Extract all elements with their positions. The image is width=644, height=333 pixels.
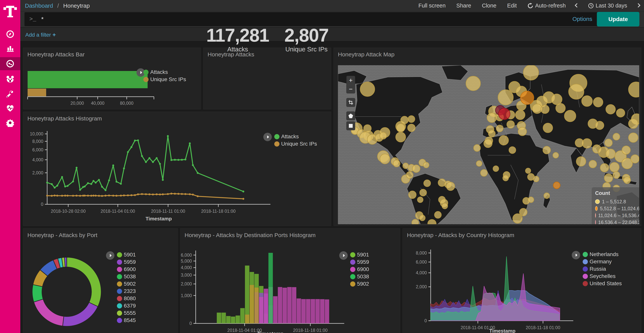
data-point[interactable] — [116, 195, 118, 197]
sidebar-item-discover[interactable] — [0, 28, 20, 40]
map-bubble[interactable] — [556, 103, 565, 113]
legend-item[interactable]: Netherlands — [583, 251, 622, 258]
data-point[interactable] — [116, 181, 118, 183]
data-point[interactable] — [197, 195, 198, 197]
hist-bar-5902[interactable] — [254, 287, 259, 323]
data-point[interactable] — [145, 193, 147, 195]
map-bubble[interactable] — [503, 175, 508, 181]
legend-item[interactable]: 5959 — [350, 258, 369, 266]
map-bubble[interactable] — [520, 91, 534, 105]
share-button[interactable]: Share — [451, 3, 476, 9]
data-point[interactable] — [101, 186, 103, 188]
hist-bar-5902[interactable] — [250, 285, 254, 323]
map-bubble[interactable] — [564, 110, 576, 122]
data-point[interactable] — [134, 140, 136, 142]
hist-bar-5038[interactable] — [268, 253, 273, 323]
data-point[interactable] — [197, 172, 198, 174]
map-bubble[interactable] — [408, 124, 415, 132]
data-point[interactable] — [145, 161, 147, 163]
data-point[interactable] — [54, 187, 56, 189]
legend-item[interactable]: 5901 — [350, 251, 369, 258]
map-bubble[interactable] — [543, 146, 550, 154]
map-bubble[interactable] — [541, 105, 549, 114]
map-bubble[interactable] — [396, 124, 405, 132]
crop-tool-button[interactable] — [346, 98, 355, 107]
map-bubble[interactable] — [533, 176, 539, 182]
map-bubble[interactable] — [360, 82, 375, 97]
data-point[interactable] — [134, 194, 136, 196]
map-bubble[interactable] — [600, 163, 609, 172]
donut-slice-6900[interactable] — [34, 299, 64, 326]
breadcrumb-dashboard-link[interactable]: Dashboard — [25, 3, 53, 9]
map-bubble[interactable] — [622, 146, 630, 154]
hist-bar-5901[interactable] — [226, 316, 230, 323]
data-point[interactable] — [112, 164, 114, 166]
data-point[interactable] — [137, 139, 139, 141]
data-point[interactable] — [148, 157, 150, 159]
data-point[interactable] — [159, 194, 161, 195]
map-bubble[interactable] — [594, 97, 603, 107]
map-bubble[interactable] — [408, 116, 415, 123]
data-point[interactable] — [87, 182, 89, 184]
legend-item[interactable]: 5038 — [350, 273, 369, 280]
legend-item[interactable]: 5902 — [350, 280, 369, 287]
map-bubble[interactable] — [420, 189, 427, 196]
data-point[interactable] — [79, 189, 81, 191]
hist-bar-6900[interactable] — [278, 287, 282, 323]
map-bubble[interactable] — [576, 157, 586, 166]
legend-item[interactable]: Seychelles — [583, 272, 622, 280]
data-point[interactable] — [66, 195, 68, 197]
telekom-logo[interactable] — [4, 4, 17, 19]
map-bubble[interactable] — [616, 109, 625, 117]
hist-bar-6900[interactable] — [306, 299, 310, 323]
map-bubble[interactable] — [507, 121, 514, 128]
data-point[interactable] — [64, 195, 66, 197]
map-bubble[interactable] — [393, 160, 400, 167]
map-bubble[interactable] — [605, 139, 612, 147]
map-bubble[interactable] — [604, 174, 613, 182]
data-point[interactable] — [242, 190, 244, 192]
zoom-out-button[interactable]: − — [346, 85, 355, 93]
data-point[interactable] — [162, 193, 164, 195]
map-bubble[interactable] — [466, 76, 480, 91]
data-point[interactable] — [112, 195, 114, 197]
hist-bar-5902[interactable] — [245, 314, 249, 323]
map-bubble[interactable] — [532, 104, 542, 114]
map-bubble[interactable] — [424, 180, 431, 187]
legend-item[interactable]: 5038 — [117, 273, 136, 280]
hist-bar-6900[interactable] — [320, 299, 324, 323]
hist-bar-6900[interactable] — [301, 299, 306, 323]
legend-item[interactable]: Attacks — [274, 133, 317, 140]
data-point[interactable] — [79, 195, 81, 197]
map-bubble[interactable] — [420, 215, 425, 221]
map-bubble[interactable] — [589, 160, 597, 168]
data-point[interactable] — [76, 167, 78, 169]
hist-bar-5901[interactable] — [236, 315, 240, 323]
data-point[interactable] — [178, 193, 180, 195]
bar-unique-ips[interactable] — [28, 89, 46, 96]
map-bubble[interactable] — [487, 113, 496, 123]
data-point[interactable] — [90, 183, 92, 185]
data-point[interactable] — [56, 185, 58, 187]
map-bubble[interactable] — [525, 168, 531, 173]
map-bubble[interactable] — [406, 171, 413, 178]
data-point[interactable] — [92, 180, 94, 182]
data-point[interactable] — [159, 163, 161, 165]
data-point[interactable] — [101, 195, 103, 197]
data-point[interactable] — [108, 194, 110, 196]
legend-item[interactable]: 6379 — [117, 302, 136, 309]
map-bubble[interactable] — [498, 108, 510, 120]
world-map[interactable]: + − Count 1 – 5,512.85,512.8 – 11,024.61… — [338, 65, 639, 224]
hist-bar-5901[interactable] — [240, 308, 245, 323]
data-point[interactable] — [181, 159, 183, 161]
data-point[interactable] — [46, 195, 48, 197]
data-point[interactable] — [130, 194, 132, 196]
hist-bar-6900[interactable] — [287, 287, 292, 323]
data-point[interactable] — [137, 193, 139, 195]
auto-refresh-button[interactable]: Auto-refresh — [522, 3, 571, 9]
data-point[interactable] — [105, 189, 106, 191]
hist-bar-5901[interactable] — [231, 316, 235, 323]
hist-bar-6900[interactable] — [273, 296, 278, 323]
time-forward-button[interactable] — [632, 4, 644, 8]
sidebar-item-monitoring[interactable] — [0, 102, 20, 114]
